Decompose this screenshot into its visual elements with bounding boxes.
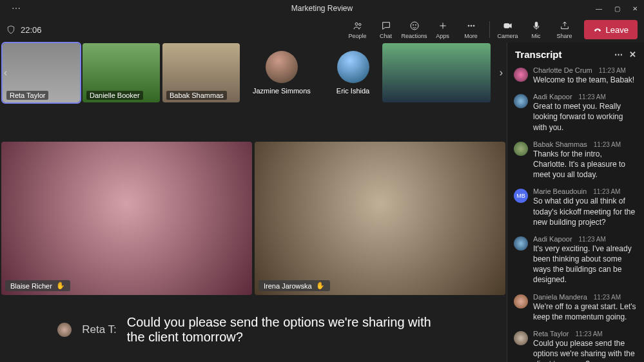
entry-avatar: MB	[514, 189, 528, 203]
toolbar-right: People Chat Reactions Apps More Camera M…	[344, 17, 638, 43]
live-caption: Reta T: Could you please send the option…	[0, 298, 507, 362]
entry-time: 11:23 AM	[593, 188, 620, 195]
entry-time: 11:23 AM	[579, 93, 606, 100]
shield-icon	[6, 25, 15, 34]
avatar	[337, 51, 369, 83]
hand-raised-icon: ✋	[316, 281, 325, 290]
avatar-group: Jazmine Simmons Eric Ishida	[242, 43, 380, 102]
menu-dots[interactable]: ⋯	[12, 3, 21, 14]
meeting-timer: 22:06	[6, 25, 42, 35]
transcript-entry: Aadi Kapoor11:23 AMGreat to meet you. Re…	[514, 93, 638, 133]
tile-label: Irena Jarowska✋	[259, 280, 330, 291]
entry-avatar	[514, 94, 528, 108]
video-tile[interactable]: Irena Jarowska✋	[255, 142, 505, 295]
avatar	[266, 51, 298, 83]
entry-text: We're off to a great start. Let's keep t…	[533, 301, 638, 322]
transcript-entry: Aadi Kapoor11:23 AMIt's very exciting. I…	[514, 235, 638, 285]
svg-point-6	[471, 25, 472, 26]
main-stage: ‹ Reta Taylor Danielle Booker Babak Sham…	[0, 43, 507, 362]
video-tile[interactable]: Blaise Richer✋	[1, 142, 252, 295]
panel-close-button[interactable]: ✕	[629, 50, 636, 59]
entry-avatar	[514, 68, 528, 82]
participant-avatar[interactable]: Eric Ishida	[337, 51, 369, 95]
more-icon	[466, 21, 476, 31]
svg-point-4	[415, 24, 416, 25]
svg-point-7	[473, 25, 474, 26]
svg-point-3	[413, 24, 413, 25]
entry-name: Aadi Kapoor	[533, 235, 572, 243]
transcript-entry: Babak Shammas11:23 AMThanks for the intr…	[514, 140, 638, 180]
entry-text: Could you please send the options we're …	[533, 338, 638, 362]
entry-time: 11:23 AM	[575, 330, 602, 338]
entry-avatar	[514, 236, 528, 251]
transcript-entry: Reta Taylor11:23 AMCould you please send…	[514, 330, 638, 362]
entry-avatar	[514, 331, 528, 345]
camera-icon	[503, 21, 513, 31]
entry-time: 11:23 AM	[599, 67, 626, 74]
more-button[interactable]: More	[457, 17, 485, 43]
entry-text: So what did you all think of today's kic…	[533, 196, 638, 227]
maximize-button[interactable]: ▢	[608, 0, 626, 17]
participant-thumb[interactable]: Danielle Booker	[83, 43, 160, 102]
panel-more-button[interactable]: ⋯	[614, 50, 623, 59]
mic-icon	[531, 21, 542, 31]
toolbar: 22:06 People Chat Reactions Apps More Ca…	[0, 17, 644, 43]
svg-point-1	[358, 23, 360, 25]
reactions-icon	[409, 21, 420, 31]
participant-thumb[interactable]: Babak Shammas	[162, 43, 240, 102]
reactions-button[interactable]: Reactions	[400, 17, 429, 43]
caption-avatar	[57, 323, 72, 337]
entry-time: 11:23 AM	[594, 141, 621, 148]
entry-text: Great to meet you. Really looking forwar…	[533, 101, 638, 133]
timer-value: 22:06	[21, 25, 42, 35]
people-button[interactable]: People	[344, 17, 372, 43]
strip-next-button[interactable]: ›	[500, 67, 503, 79]
entry-time: 11:23 AM	[579, 236, 606, 243]
participant-thumb[interactable]: Reta Taylor	[3, 43, 80, 102]
entry-text: Welcome to the team, Babak!	[533, 75, 638, 85]
minimize-button[interactable]: —	[590, 0, 608, 17]
chat-icon	[381, 21, 391, 31]
panel-header: Transcript ⋯ ✕	[507, 43, 644, 66]
transcript-panel: Transcript ⋯ ✕ Charlotte De Crum11:23 AM…	[507, 43, 644, 362]
strip-prev-button[interactable]: ‹	[4, 67, 7, 79]
caption-speaker: Reta T:	[82, 323, 117, 336]
tile-label: Blaise Richer✋	[5, 280, 70, 291]
window-controls: — ▢ ✕	[590, 0, 644, 17]
window-title: Marketing Review	[291, 4, 353, 13]
leave-button[interactable]: Leave	[584, 20, 638, 39]
transcript-entry: Daniela Mandera11:23 AMWe're off to a gr…	[514, 293, 638, 322]
share-button[interactable]: Share	[551, 17, 579, 43]
participant-thumb[interactable]	[382, 43, 491, 102]
entry-name: Daniela Mandera	[533, 293, 587, 301]
people-icon	[353, 21, 363, 31]
participant-avatar[interactable]: Jazmine Simmons	[253, 51, 311, 95]
hangup-icon	[593, 25, 602, 34]
entry-name: Babak Shammas	[533, 140, 587, 148]
svg-rect-8	[504, 24, 509, 28]
entry-avatar	[514, 142, 528, 156]
hand-raised-icon: ✋	[56, 281, 65, 290]
entry-text: Thanks for the intro, Charlotte. It's a …	[533, 149, 638, 180]
caption-text: Could you please send the options we're …	[127, 315, 449, 345]
titlebar: ⋯ Marketing Review — ▢ ✕	[0, 0, 644, 17]
mic-button[interactable]: Mic	[522, 17, 551, 43]
svg-rect-9	[535, 22, 538, 27]
entry-time: 11:23 AM	[594, 294, 621, 301]
entry-name: Reta Taylor	[533, 330, 569, 338]
entry-avatar	[514, 294, 528, 309]
apps-icon	[438, 21, 448, 31]
close-button[interactable]: ✕	[626, 0, 644, 17]
transcript-list[interactable]: Charlotte De Crum11:23 AMWelcome to the …	[507, 66, 644, 362]
video-stage: Blaise Richer✋ Irena Jarowska✋	[0, 103, 507, 298]
entry-name: Charlotte De Crum	[533, 66, 592, 74]
transcript-entry: Charlotte De Crum11:23 AMWelcome to the …	[514, 66, 638, 85]
entry-name: Marie Beaudouin	[533, 187, 587, 195]
svg-point-5	[468, 25, 469, 26]
panel-title: Transcript	[515, 49, 562, 60]
apps-button[interactable]: Apps	[429, 17, 457, 43]
transcript-entry: MBMarie Beaudouin11:23 AMSo what did you…	[514, 187, 638, 227]
camera-button[interactable]: Camera	[494, 17, 522, 43]
chat-button[interactable]: Chat	[372, 17, 400, 43]
svg-point-0	[355, 23, 358, 25]
